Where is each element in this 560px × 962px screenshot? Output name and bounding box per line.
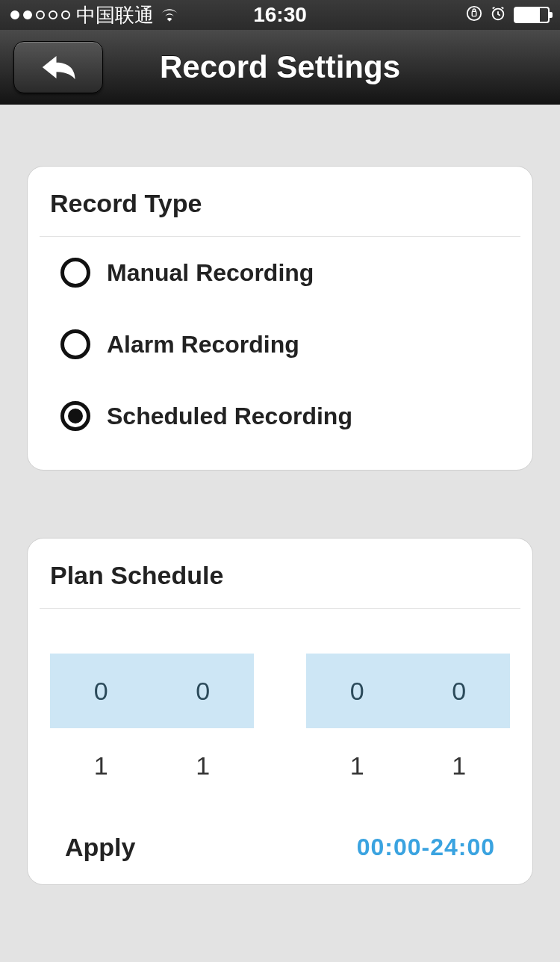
- radio-label: Alarm Recording: [107, 331, 299, 359]
- status-left: 中国联通: [10, 2, 179, 28]
- radio-label: Scheduled Recording: [107, 403, 352, 430]
- record-type-option-manual[interactable]: Manual Recording: [28, 237, 532, 308]
- picker-cell: 0: [152, 677, 255, 706]
- radio-icon: [60, 258, 90, 288]
- battery-icon: [514, 7, 550, 23]
- picker-cell: 0: [306, 677, 408, 706]
- picker-cell: 1: [50, 751, 152, 781]
- picker-cell: 0: [408, 677, 511, 706]
- record-type-title: Record Type: [28, 184, 532, 236]
- record-type-option-scheduled[interactable]: Scheduled Recording: [28, 380, 532, 452]
- plan-schedule-title: Plan Schedule: [28, 556, 532, 608]
- picker-cell: 1: [306, 751, 408, 781]
- picker-selected-row: 0 0: [50, 654, 254, 728]
- picker-next-row: 1 1: [306, 728, 510, 803]
- status-right: [466, 4, 550, 27]
- radio-label: Manual Recording: [107, 259, 314, 287]
- picker-next-row: 1 1: [50, 728, 254, 803]
- nav-bar: Record Settings: [0, 30, 560, 105]
- apply-row[interactable]: Apply 00:00-24:00: [43, 803, 517, 869]
- back-arrow-icon: [40, 52, 77, 82]
- signal-strength-icon: [10, 10, 70, 19]
- wifi-icon: [160, 4, 179, 27]
- status-bar: 中国联通 16:30: [0, 0, 560, 30]
- apply-label: Apply: [65, 833, 135, 862]
- alarm-icon: [490, 4, 506, 27]
- plan-schedule-card: Plan Schedule 0 0 1 1: [27, 538, 533, 885]
- picker-cell: 1: [408, 751, 511, 781]
- record-type-card: Record Type Manual Recording Alarm Recor…: [27, 166, 533, 471]
- end-time-picker[interactable]: 0 0 1 1: [306, 654, 510, 803]
- radio-icon: [60, 329, 90, 359]
- back-button[interactable]: [13, 41, 103, 93]
- apply-time-range: 00:00-24:00: [357, 834, 495, 861]
- status-time: 16:30: [253, 3, 307, 27]
- picker-cell: 1: [152, 751, 255, 781]
- carrier-label: 中国联通: [76, 2, 154, 28]
- picker-selected-row: 0 0: [306, 654, 510, 728]
- radio-icon-selected: [60, 401, 90, 431]
- orientation-lock-icon: [466, 4, 482, 27]
- record-type-option-alarm[interactable]: Alarm Recording: [28, 308, 532, 380]
- page-title: Record Settings: [160, 49, 400, 85]
- picker-cell: 0: [50, 677, 152, 706]
- start-time-picker[interactable]: 0 0 1 1: [50, 654, 254, 803]
